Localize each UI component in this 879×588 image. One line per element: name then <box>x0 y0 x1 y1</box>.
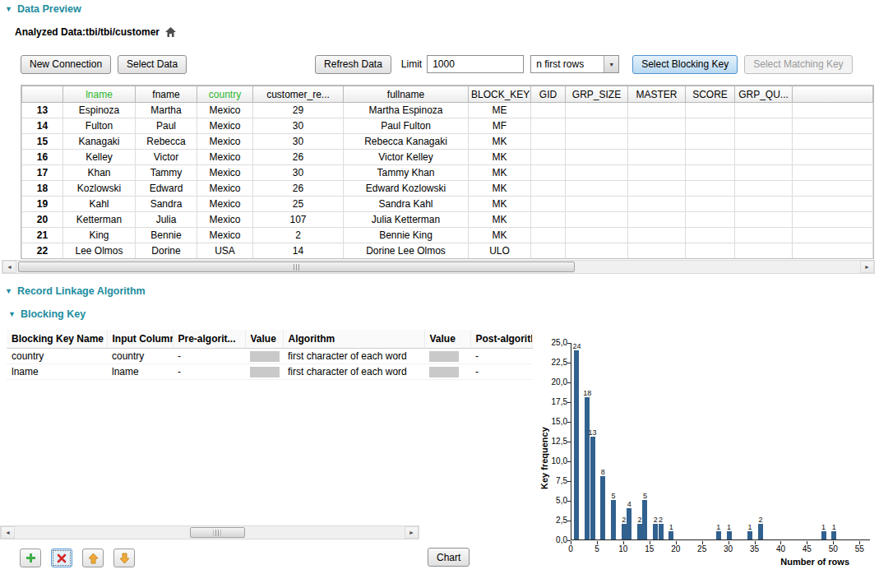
table-row[interactable]: 19KahlSandraMexico25Sandra KahlMK <box>22 197 873 212</box>
data-preview-table[interactable]: lnamefnamecountrycustomer_re...fullnameB… <box>21 85 874 259</box>
x-tick-mark <box>833 541 834 544</box>
scroll-track[interactable] <box>15 526 405 539</box>
table-row[interactable]: 15KanagakiRebeccaMexico30Rebecca Kanagak… <box>22 134 873 150</box>
scroll-right-icon[interactable]: ► <box>405 526 419 539</box>
table-row[interactable]: 14FultonPaulMexico30Paul FultonMF <box>22 118 873 134</box>
collapse-triangle-icon[interactable]: ▼ <box>8 311 16 318</box>
bk-cell[interactable]: - <box>470 364 533 380</box>
table-row[interactable]: 17KhanTammyMexico30Tammy KhanMK <box>22 165 873 181</box>
row-action-buttons <box>20 549 135 567</box>
home-icon[interactable] <box>164 26 177 38</box>
record-linkage-section-header[interactable]: ▼ Record Linkage Algorithm <box>0 282 879 299</box>
table-row[interactable]: 18KozlowskiEdwardMexico26Edward Kozlowsk… <box>22 181 873 197</box>
bk-cell[interactable]: - <box>173 349 245 364</box>
column-header-fullname[interactable]: fullname <box>344 86 469 103</box>
bar-value-label: 2 <box>650 516 672 524</box>
chart-button[interactable]: Chart <box>428 548 470 567</box>
collapse-triangle-icon[interactable]: ▼ <box>5 6 12 13</box>
add-row-button[interactable] <box>20 549 41 567</box>
x-tick-mark <box>623 541 624 544</box>
cell: Martha Espinoza <box>344 103 469 118</box>
bk-cell[interactable]: first character of each word <box>283 349 424 364</box>
table-row[interactable]: 22Lee OlmosDorineUSA14Dorine Lee OlmosUL… <box>22 243 873 259</box>
x-tick-mark <box>597 541 598 544</box>
cell <box>735 212 793 228</box>
cell <box>793 134 873 150</box>
data-preview-section-header[interactable]: ▼ Data Preview <box>0 0 879 16</box>
cell: Espinoza <box>63 103 136 118</box>
bk-cell[interactable]: - <box>470 349 533 364</box>
blocking-key-row[interactable]: lnamelname-first character of each word- <box>7 364 533 380</box>
bk-column-header-value[interactable]: Value <box>424 330 470 349</box>
bk-column-header-value[interactable]: Value <box>245 330 283 349</box>
cell: Khan <box>63 165 136 181</box>
column-header-score[interactable]: SCORE <box>686 86 735 103</box>
row-number: 19 <box>22 197 63 212</box>
new-connection-button[interactable]: New Connection <box>21 55 111 74</box>
blocking-key-section-header[interactable]: ▼ Blocking Key <box>3 305 879 322</box>
scroll-left-icon[interactable]: ◄ <box>1 526 15 539</box>
value-box[interactable] <box>250 367 280 377</box>
bk-column-header-algorithm[interactable]: Algorithm <box>283 330 424 349</box>
column-header-blank[interactable] <box>22 86 63 103</box>
bk-cell[interactable]: country <box>107 349 173 364</box>
table-row[interactable]: 20KettermanJuliaMexico107Julia Ketterman… <box>22 212 873 228</box>
move-down-button[interactable] <box>113 549 135 567</box>
collapse-triangle-icon[interactable]: ▼ <box>5 288 12 295</box>
cell: Fulton <box>63 118 136 134</box>
row-number: 20 <box>22 212 63 228</box>
x-tick-label: 35 <box>745 544 765 553</box>
bk-cell[interactable]: lname <box>107 364 173 380</box>
cell: Mexico <box>197 197 253 212</box>
bk-column-header-inputcolumn[interactable]: Input Column <box>107 330 173 349</box>
bk-cell[interactable]: lname <box>7 364 107 380</box>
value-box[interactable] <box>429 351 459 362</box>
scroll-right-icon[interactable]: ► <box>860 261 874 273</box>
chevron-down-icon[interactable]: ▼ <box>604 56 618 72</box>
y-tick-label: 2,5 <box>539 516 567 525</box>
cell: USA <box>197 243 253 259</box>
blocking-key-horizontal-scrollbar[interactable]: ◄ ► <box>0 525 419 539</box>
column-header-blank[interactable] <box>793 86 873 103</box>
column-header-customer_re[interactable]: customer_re... <box>253 86 344 103</box>
bk-column-header-blockingkeyname[interactable]: Blocking Key Name <box>7 330 107 349</box>
scroll-thumb[interactable] <box>18 262 575 272</box>
select-blocking-key-button[interactable]: Select Blocking Key <box>632 55 738 74</box>
column-header-grp_size[interactable]: GRP_SIZE <box>566 86 628 103</box>
rows-mode-combobox[interactable]: n first rows ▼ <box>530 55 619 73</box>
table-horizontal-scrollbar[interactable]: ◄ ► <box>2 260 875 274</box>
move-up-button[interactable] <box>82 549 104 567</box>
refresh-data-button[interactable]: Refresh Data <box>315 55 391 74</box>
limit-input[interactable] <box>427 55 524 73</box>
blocking-key-row[interactable]: countrycountry-first character of each w… <box>7 349 533 364</box>
cell <box>628 118 686 134</box>
column-header-block_key[interactable]: BLOCK_KEY <box>469 86 531 103</box>
table-row[interactable]: 21KingBennieMexico2Bennie KingMK <box>22 228 873 243</box>
y-tick-label: 17,5 <box>539 397 567 406</box>
column-header-country[interactable]: country <box>197 86 253 103</box>
value-box[interactable] <box>250 351 280 362</box>
column-header-master[interactable]: MASTER <box>628 86 686 103</box>
bk-column-header-postalgorith[interactable]: Post-algorith... <box>470 330 533 349</box>
table-row[interactable]: 16KelleyVictorMexico26Victor KelleyMK <box>22 150 873 165</box>
blocking-key-table[interactable]: Blocking Key NameInput ColumnPre-algorit… <box>7 330 533 519</box>
bk-column-header-prealgorit[interactable]: Pre-algorit... <box>173 330 245 349</box>
scroll-thumb[interactable] <box>190 527 244 538</box>
bk-cell[interactable]: first character of each word <box>283 364 424 380</box>
scroll-track[interactable] <box>16 261 860 273</box>
scroll-left-icon[interactable]: ◄ <box>2 261 16 273</box>
select-matching-key-button[interactable]: Select Matching Key <box>744 55 852 74</box>
select-data-button[interactable]: Select Data <box>118 55 187 74</box>
value-cell <box>424 364 470 380</box>
column-header-lname[interactable]: lname <box>63 86 136 103</box>
column-header-fname[interactable]: fname <box>136 86 197 103</box>
column-header-grp_qu[interactable]: GRP_QU... <box>735 86 793 103</box>
value-box[interactable] <box>429 367 459 377</box>
row-number: 18 <box>22 181 63 197</box>
column-header-gid[interactable]: GID <box>531 86 566 103</box>
section-title: Record Linkage Algorithm <box>17 285 146 297</box>
table-row[interactable]: 13EspinozaMarthaMexico29Martha EspinozaM… <box>22 103 873 118</box>
bk-cell[interactable]: - <box>173 364 245 380</box>
bk-cell[interactable]: country <box>7 349 107 364</box>
delete-row-button[interactable] <box>51 549 72 567</box>
